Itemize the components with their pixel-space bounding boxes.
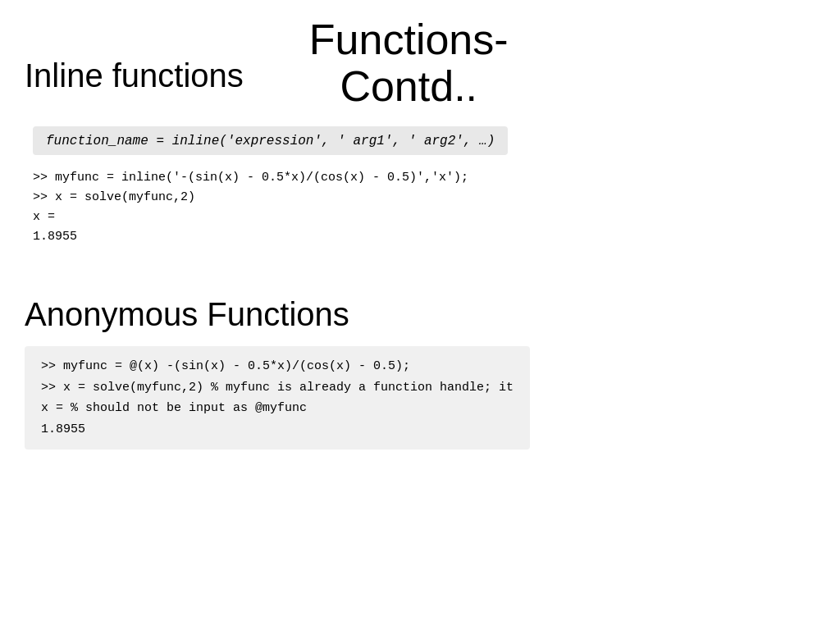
anon-line3: x = % should not be input as @myfunc xyxy=(41,398,514,419)
anon-line1: >> myfunc = @(x) -(sin(x) - 0.5*x)/(cos(… xyxy=(41,356,514,377)
anonymous-section: Anonymous Functions >> myfunc = @(x) -(s… xyxy=(25,296,815,450)
functions-contd-title: Functions- Contd.. xyxy=(309,16,509,110)
syntax-box: function_name = inline('expression', ' a… xyxy=(33,126,508,155)
anonymous-title: Anonymous Functions xyxy=(25,296,815,333)
inline-functions-title: Inline functions xyxy=(25,57,244,94)
inline-code-line4: 1.8955 xyxy=(33,227,815,247)
inline-code-line3: x = xyxy=(33,208,815,227)
inline-code-block: >> myfunc = inline('-(sin(x) - 0.5*x)/(c… xyxy=(33,168,815,247)
syntax-text: function_name = inline('expression', ' a… xyxy=(46,134,495,148)
anon-code-block: >> myfunc = @(x) -(sin(x) - 0.5*x)/(cos(… xyxy=(41,356,514,440)
anon-code-box: >> myfunc = @(x) -(sin(x) - 0.5*x)/(cos(… xyxy=(25,346,530,450)
inline-code-line2: >> x = solve(myfunc,2) xyxy=(33,188,815,208)
page-container: Inline functions Functions- Contd.. func… xyxy=(0,0,840,630)
anon-line2: >> x = solve(myfunc,2) % myfunc is alrea… xyxy=(41,377,514,399)
header-section: Inline functions Functions- Contd.. xyxy=(25,16,815,110)
inline-code-line1: >> myfunc = inline('-(sin(x) - 0.5*x)/(c… xyxy=(33,168,815,188)
anon-line4: 1.8955 xyxy=(41,419,514,441)
